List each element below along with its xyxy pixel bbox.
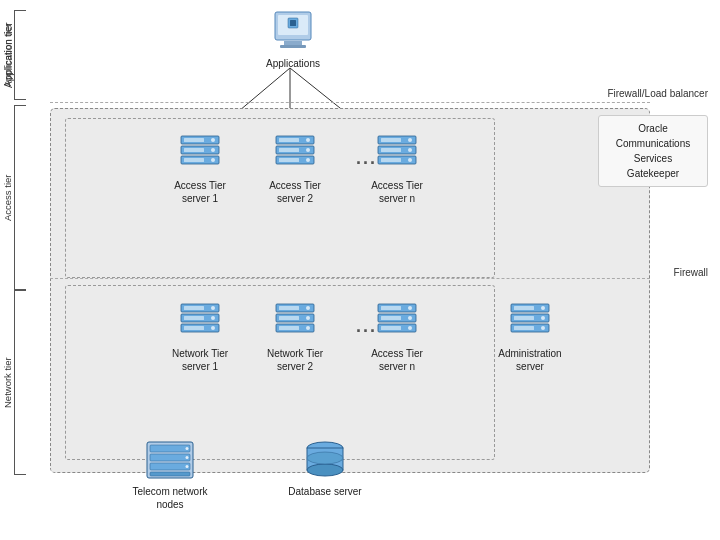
svg-rect-57	[184, 306, 204, 310]
svg-rect-23	[290, 20, 296, 26]
svg-point-47	[408, 158, 412, 162]
applications-label: Applications	[266, 57, 320, 70]
svg-rect-21	[280, 45, 306, 48]
admin-server-label: Administration server	[490, 347, 570, 373]
svg-rect-67	[279, 316, 299, 320]
database-label: Database server	[288, 485, 361, 498]
svg-rect-39	[279, 138, 299, 142]
svg-point-46	[408, 148, 412, 152]
applications-icon: Applications	[258, 8, 328, 70]
svg-rect-91	[150, 472, 190, 476]
svg-point-98	[307, 464, 343, 476]
svg-point-94	[186, 465, 189, 468]
app-tier-text: Application tier	[1, 15, 14, 95]
svg-point-56	[211, 326, 215, 330]
svg-point-29	[211, 158, 215, 162]
svg-rect-32	[184, 158, 204, 162]
svg-point-45	[408, 138, 412, 142]
svg-rect-40	[279, 148, 299, 152]
network-server-1-icon: Network Tier server 1	[165, 298, 235, 373]
svg-rect-68	[279, 326, 299, 330]
svg-rect-75	[381, 306, 401, 310]
access-server-n2-svg	[374, 298, 420, 344]
svg-point-27	[211, 138, 215, 142]
gatekeeper-label: OracleCommunicationsServicesGatekeeper	[616, 123, 690, 179]
svg-point-37	[306, 148, 310, 152]
svg-rect-20	[284, 41, 302, 45]
firewall-load-balancer-label: Firewall/Load balancer	[607, 88, 708, 99]
svg-rect-84	[514, 306, 534, 310]
svg-rect-48	[381, 138, 401, 142]
svg-rect-76	[381, 316, 401, 320]
telecom-label: Telecom network nodes	[130, 485, 210, 511]
svg-point-72	[408, 306, 412, 310]
admin-server-svg	[507, 298, 553, 344]
svg-rect-85	[514, 316, 534, 320]
svg-rect-41	[279, 158, 299, 162]
network-server-2-icon: Network Tier server 2	[260, 298, 330, 373]
svg-point-38	[306, 158, 310, 162]
access-server-n-icon: Access Tier server n	[362, 130, 432, 205]
svg-rect-30	[184, 138, 204, 142]
svg-point-28	[211, 148, 215, 152]
svg-point-93	[186, 456, 189, 459]
database-icon: Database server	[285, 440, 365, 498]
firewall-load-balancer-line	[50, 102, 650, 103]
telecom-icon: Telecom network nodes	[130, 440, 210, 511]
svg-point-81	[541, 306, 545, 310]
svg-rect-88	[150, 445, 190, 452]
network-server-1-label: Network Tier server 1	[165, 347, 235, 373]
access-server-n-label: Access Tier server n	[362, 179, 432, 205]
access-tier-bracket	[14, 105, 26, 290]
svg-point-74	[408, 326, 412, 330]
svg-point-83	[541, 326, 545, 330]
admin-server-icon: Administration server	[490, 298, 570, 373]
network-tier-text: Network tier	[1, 295, 14, 470]
access-server-2-icon: Access Tier server 2	[260, 130, 330, 205]
network-server-1-svg	[177, 298, 223, 344]
svg-point-54	[211, 306, 215, 310]
svg-point-65	[306, 326, 310, 330]
access-server-2-label: Access Tier server 2	[260, 179, 330, 205]
access-server-1-svg	[177, 130, 223, 176]
svg-rect-59	[184, 326, 204, 330]
access-server-1-icon: Access Tier server 1	[165, 130, 235, 205]
svg-point-55	[211, 316, 215, 320]
svg-point-92	[186, 447, 189, 450]
access-server-n-svg	[374, 130, 420, 176]
svg-rect-31	[184, 148, 204, 152]
network-server-2-svg	[272, 298, 318, 344]
svg-rect-86	[514, 326, 534, 330]
svg-rect-58	[184, 316, 204, 320]
database-svg	[302, 440, 348, 482]
access-tier-text: Access tier	[1, 110, 14, 285]
svg-point-73	[408, 316, 412, 320]
app-tier-bracket	[14, 10, 26, 100]
access-server-1-label: Access Tier server 1	[165, 179, 235, 205]
firewall-label: Firewall	[674, 267, 708, 278]
svg-point-82	[541, 316, 545, 320]
access-server-n2-label: Access Tier server n	[362, 347, 432, 373]
firewall-line	[50, 278, 650, 279]
svg-point-36	[306, 138, 310, 142]
applications-server-svg	[270, 8, 316, 54]
telecom-svg	[145, 440, 195, 482]
svg-rect-90	[150, 463, 190, 470]
access-server-n2-icon: Access Tier server n	[362, 298, 432, 373]
svg-point-63	[306, 306, 310, 310]
network-server-2-label: Network Tier server 2	[260, 347, 330, 373]
svg-point-99	[307, 452, 343, 464]
svg-point-64	[306, 316, 310, 320]
network-tier-bracket	[14, 290, 26, 475]
access-server-2-svg	[272, 130, 318, 176]
diagram-container: Application tier Application tier Access…	[0, 0, 720, 540]
svg-rect-89	[150, 454, 190, 461]
svg-rect-66	[279, 306, 299, 310]
svg-rect-77	[381, 326, 401, 330]
gatekeeper-box: OracleCommunicationsServicesGatekeeper	[598, 115, 708, 187]
svg-rect-50	[381, 158, 401, 162]
svg-rect-49	[381, 148, 401, 152]
